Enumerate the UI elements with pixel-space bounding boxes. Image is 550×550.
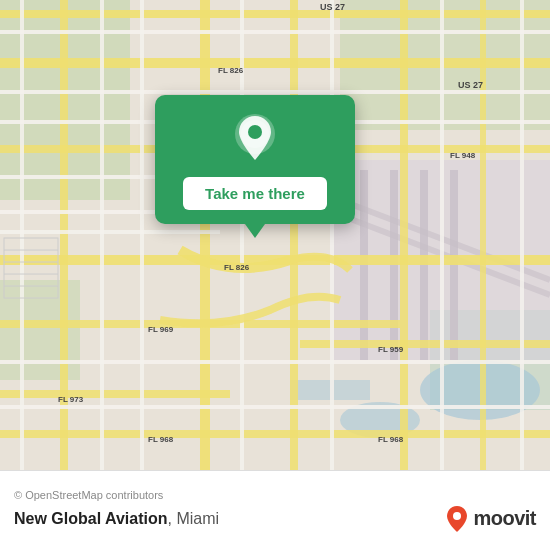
take-me-there-button[interactable]: Take me there [183,177,327,210]
map-background: US 27 FL 826 FL 948 FL 826 FL 969 FL 959… [0,0,550,470]
place-info: New Global Aviation, Miami [14,510,219,528]
svg-text:FL 968: FL 968 [378,435,404,444]
svg-text:FL 826: FL 826 [218,66,244,75]
svg-rect-38 [140,0,144,470]
svg-text:FL 969: FL 969 [148,325,174,334]
svg-text:FL 948: FL 948 [450,151,476,160]
svg-text:US 27: US 27 [320,2,345,12]
svg-point-61 [453,512,461,520]
svg-text:US 27: US 27 [458,80,483,90]
svg-rect-35 [0,405,550,409]
svg-rect-24 [200,0,210,470]
svg-point-60 [248,125,262,139]
svg-text:FL 959: FL 959 [378,345,404,354]
svg-rect-33 [0,230,220,234]
svg-rect-20 [300,340,550,348]
svg-text:FL 826: FL 826 [224,263,250,272]
bottom-bar: © OpenStreetMap contributors New Global … [0,470,550,550]
moovit-logo-text: moovit [473,507,536,530]
svg-rect-41 [440,0,444,470]
svg-rect-40 [330,0,334,470]
moovit-pin-icon [445,505,469,533]
moovit-logo: moovit [445,505,536,533]
svg-rect-25 [290,0,298,470]
svg-rect-29 [0,90,550,94]
svg-rect-27 [480,0,486,470]
svg-rect-26 [400,0,408,470]
svg-rect-42 [520,0,524,470]
location-popup: Take me there [155,95,355,224]
svg-text:FL 968: FL 968 [148,435,174,444]
place-city: , Miami [168,510,220,527]
svg-rect-28 [0,30,550,34]
svg-rect-21 [0,390,230,398]
bottom-row: New Global Aviation, Miami moovit [14,505,536,533]
svg-rect-22 [0,430,550,438]
svg-rect-36 [20,0,24,470]
svg-rect-15 [0,10,550,18]
svg-rect-16 [0,58,550,68]
place-name: New Global Aviation [14,510,168,527]
location-pin-icon [229,113,281,165]
svg-rect-34 [0,360,550,364]
map-attribution: © OpenStreetMap contributors [14,489,536,501]
svg-rect-37 [100,0,104,470]
map-container: US 27 FL 826 FL 948 FL 826 FL 969 FL 959… [0,0,550,470]
svg-text:FL 973: FL 973 [58,395,84,404]
